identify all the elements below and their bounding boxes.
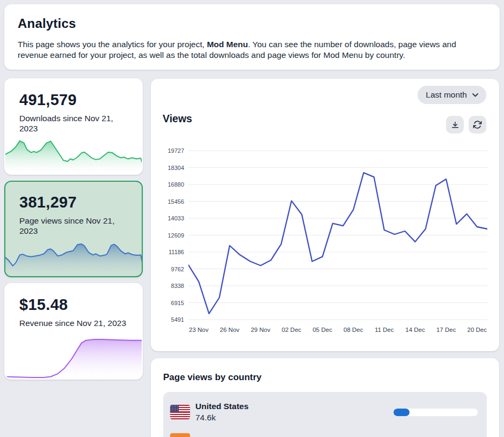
in-flag-icon xyxy=(170,433,190,437)
page-views-sparkline xyxy=(4,242,143,277)
y-axis-tick: 11186 xyxy=(169,249,184,255)
revenue-amount: $15.48 xyxy=(19,296,68,314)
chart-plot-area[interactable] xyxy=(188,146,487,323)
x-axis-tick: 26 Nov xyxy=(220,327,239,333)
download-chart-button[interactable] xyxy=(446,116,464,134)
page-views-by-country-card: Page views by country United States74.6k… xyxy=(151,358,499,437)
stat-card-revenue[interactable]: $15.48 Revenue since Nov 21, 2023 xyxy=(4,283,143,380)
chart-title: Views xyxy=(163,113,192,125)
country-progress-track xyxy=(393,409,478,416)
y-axis-tick: 16880 xyxy=(167,181,184,188)
us-flag-icon xyxy=(170,405,190,419)
downloads-count: 491,579 xyxy=(19,91,77,109)
country-row-in: India xyxy=(170,426,478,437)
y-axis-tick: 18304 xyxy=(167,165,184,171)
chart-x-axis: 23 Nov26 Nov29 Nov02 Dec05 Dec08 Dec11 D… xyxy=(188,327,487,337)
y-axis-tick: 12609 xyxy=(167,232,184,239)
views-chart-card: Last month Views 19727183041688015456140… xyxy=(151,79,499,351)
x-axis-tick: 17 Dec xyxy=(436,327,456,333)
y-axis-tick: 9762 xyxy=(171,266,184,272)
x-axis-tick: 05 Dec xyxy=(312,327,332,333)
date-range-label: Last month xyxy=(426,90,467,100)
page-title: Analytics xyxy=(18,16,486,31)
stat-card-page-views[interactable]: 381,297 Page views since Nov 21, 2023 xyxy=(4,181,143,277)
views-line-chart: 1972718304168801545614033126091118697628… xyxy=(163,146,487,346)
x-axis-tick: 02 Dec xyxy=(282,327,301,333)
downloads-label: Downloads since Nov 21, 2023 xyxy=(19,113,127,134)
chart-y-axis: 1972718304168801545614033126091118697628… xyxy=(163,146,188,323)
country-section-title: Page views by country xyxy=(163,372,487,383)
y-axis-tick: 14033 xyxy=(167,215,184,221)
project-name: Mod Menu xyxy=(207,40,248,49)
refresh-chart-button[interactable] xyxy=(469,116,486,134)
y-axis-tick: 15456 xyxy=(167,198,184,205)
x-axis-tick: 14 Dec xyxy=(405,327,425,333)
chevron-down-icon xyxy=(472,93,478,97)
stat-card-downloads[interactable]: 491,579 Downloads since Nov 21, 2023 xyxy=(4,78,143,175)
page-views-label: Page views since Nov 21, 2023 xyxy=(19,216,127,236)
analytics-header-card: Analytics This page shows you the analyt… xyxy=(4,4,500,70)
x-axis-tick: 20 Dec xyxy=(468,327,487,333)
page-description: This page shows you the analytics for yo… xyxy=(18,39,486,60)
country-page-views-value: 74.6k xyxy=(195,413,249,423)
download-icon xyxy=(451,121,459,129)
x-axis-tick: 11 Dec xyxy=(375,327,394,333)
revenue-label: Revenue since Nov 21, 2023 xyxy=(19,318,127,328)
y-axis-tick: 5491 xyxy=(171,316,184,323)
page-views-count: 381,297 xyxy=(19,194,77,211)
date-range-dropdown[interactable]: Last month xyxy=(418,86,486,104)
country-list-panel: United States74.6kIndia xyxy=(163,392,487,437)
revenue-sparkline xyxy=(4,338,143,380)
country-name: United States xyxy=(195,402,249,411)
refresh-icon xyxy=(473,120,482,129)
x-axis-tick: 08 Dec xyxy=(344,327,363,333)
downloads-sparkline xyxy=(4,139,143,175)
country-row-us: United States74.6k xyxy=(170,398,478,426)
y-axis-tick: 8338 xyxy=(171,283,184,289)
y-axis-tick: 19727 xyxy=(167,147,184,154)
x-axis-tick: 23 Nov xyxy=(189,327,208,333)
y-axis-tick: 6915 xyxy=(171,300,184,306)
x-axis-tick: 29 Nov xyxy=(251,327,270,333)
country-progress-fill xyxy=(393,409,410,416)
